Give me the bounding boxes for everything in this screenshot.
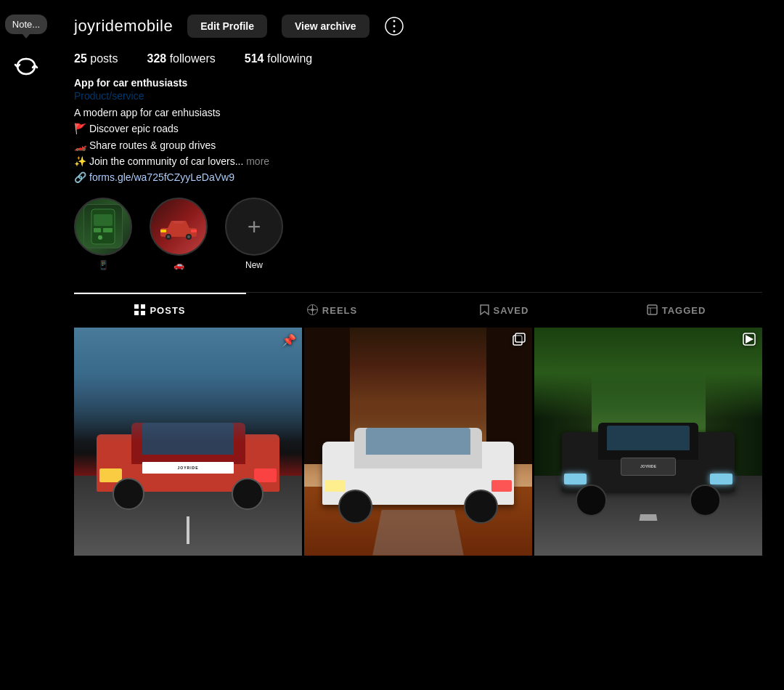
svg-rect-6 (94, 228, 101, 232)
tab-tagged[interactable]: TAGGED (590, 293, 762, 328)
bio-category[interactable]: Product/service (74, 90, 762, 102)
tab-saved[interactable]: SAVED (418, 293, 590, 328)
following-label: following (267, 52, 312, 65)
post-1-indicator: 📌 (282, 333, 296, 348)
reels-tab-icon (307, 304, 318, 317)
highlight-app[interactable]: 📱 (74, 198, 132, 270)
following-count: 514 (245, 52, 264, 65)
post-1[interactable]: JOYRIDE 📌 (74, 328, 302, 556)
bio-link[interactable]: 🔗 forms.gle/wa725fCZyyLeDaVw9 (74, 171, 762, 183)
bio-link-url: forms.gle/wa725fCZyyLeDaVw9 (89, 171, 234, 183)
svg-rect-14 (160, 230, 166, 232)
profile-header: joyridemobile Edit Profile View archive (74, 15, 762, 38)
bio-line4: ✨ Join the community of car lovers... mo… (74, 153, 762, 169)
posts-tab-label: POSTS (150, 305, 185, 316)
bio-line1: A modern app for car enhusiasts (74, 105, 762, 121)
post-2-indicator (512, 333, 526, 348)
highlight-app-circle (74, 198, 132, 256)
highlight-car[interactable]: 🚗 (150, 198, 208, 270)
note-button[interactable]: Note... (5, 15, 47, 34)
pin-icon: 📌 (282, 333, 296, 347)
svg-point-2 (393, 25, 395, 28)
followers-count: 328 (147, 52, 167, 65)
svg-rect-17 (141, 304, 145, 309)
main-content: joyridemobile Edit Profile View archive … (52, 0, 784, 570)
svg-rect-24 (648, 305, 657, 314)
stats-row: 25 posts 328 followers 514 following (74, 52, 762, 65)
svg-point-11 (167, 235, 170, 238)
tagged-tab-label: TAGGED (662, 305, 706, 316)
svg-point-8 (98, 235, 102, 240)
bio-line2: 🚩 Discover epic roads (74, 121, 762, 137)
svg-rect-5 (94, 214, 113, 226)
app-screenshot-thumb (83, 204, 122, 248)
bio-line3: 🏎️ Share routes & group drives (74, 137, 762, 153)
svg-point-3 (393, 31, 395, 33)
highlight-car-circle (150, 198, 208, 256)
svg-rect-18 (134, 311, 139, 315)
highlight-car-label: 🚗 (173, 260, 184, 270)
svg-rect-15 (191, 230, 197, 232)
view-archive-button[interactable]: View archive (282, 15, 369, 38)
link-icon: 🔗 (74, 171, 86, 183)
saved-tab-icon (480, 304, 489, 317)
svg-rect-28 (515, 333, 525, 342)
tab-reels[interactable]: REELS (246, 293, 418, 328)
highlight-app-label: 📱 (98, 260, 109, 270)
new-highlight-button[interactable]: + New (225, 198, 283, 270)
tagged-tab-icon (647, 304, 658, 317)
posts-stat[interactable]: 25 posts (74, 52, 118, 65)
post-3[interactable]: JOYRIDE (534, 328, 762, 556)
svg-rect-19 (141, 311, 145, 315)
svg-point-23 (311, 308, 314, 311)
sidebar: Note... (0, 0, 52, 690)
edit-profile-button[interactable]: Edit Profile (187, 15, 267, 38)
new-highlight-label: New (245, 260, 263, 270)
bio-section: App for car enthusiasts Product/service … (74, 77, 762, 183)
new-highlight-circle: + (225, 198, 283, 256)
followers-label: followers (170, 52, 216, 65)
signal-icon[interactable] (12, 52, 41, 81)
post-3-indicator (742, 333, 756, 348)
multi-photo-icon (513, 333, 526, 349)
svg-rect-16 (134, 304, 139, 309)
reel-icon (743, 333, 756, 349)
tab-posts[interactable]: POSTS (74, 293, 246, 328)
posts-tab-icon (134, 304, 145, 317)
saved-tab-label: SAVED (494, 305, 529, 316)
tabs-row: POSTS REELS SAVED (74, 292, 762, 328)
profile-username: joyridemobile (74, 17, 173, 36)
reels-tab-label: REELS (322, 305, 357, 316)
svg-point-13 (187, 235, 190, 238)
following-stat[interactable]: 514 following (245, 52, 312, 65)
bio-name: App for car enthusiasts (74, 77, 762, 89)
settings-icon[interactable] (384, 16, 404, 36)
svg-rect-7 (103, 228, 113, 232)
posts-count: 25 (74, 52, 87, 65)
posts-label: posts (90, 52, 118, 65)
svg-point-1 (393, 20, 395, 23)
plus-icon: + (248, 215, 261, 238)
highlights-row: 📱 🚗 (74, 198, 762, 270)
more-link[interactable]: more (246, 155, 269, 167)
posts-grid: JOYRIDE 📌 (74, 328, 762, 556)
followers-stat[interactable]: 328 followers (147, 52, 216, 65)
post-2[interactable] (304, 328, 532, 556)
bio-text: A modern app for car enhusiasts 🚩 Discov… (74, 105, 762, 170)
